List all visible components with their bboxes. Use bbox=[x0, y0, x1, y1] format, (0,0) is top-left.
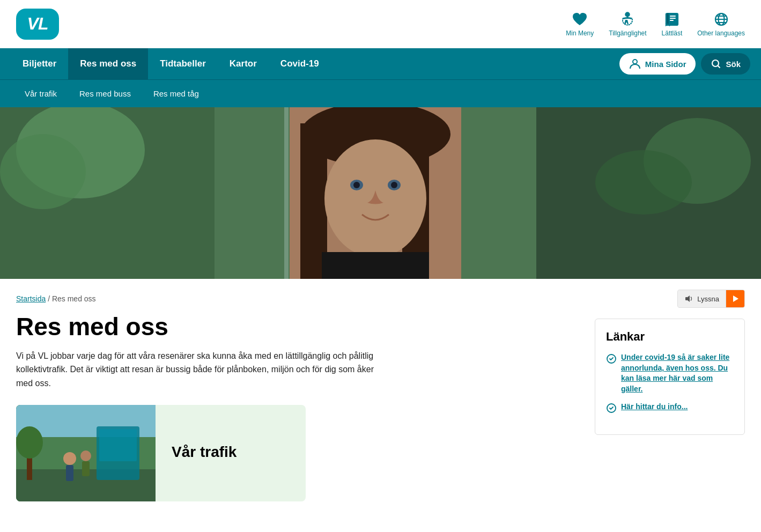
cards-area: Vår trafik bbox=[16, 405, 573, 501]
main-nav: Biljetter Res med oss Tidtabeller Kartor… bbox=[0, 48, 761, 79]
main-content: Res med oss Vi på VL jobbar varje dag fö… bbox=[16, 313, 573, 501]
content-area: Res med oss Vi på VL jobbar varje dag fö… bbox=[0, 313, 761, 518]
nav-biljetter[interactable]: Biljetter bbox=[11, 48, 68, 79]
page-description: Vi på VL jobbar varje dag för att våra r… bbox=[16, 349, 391, 390]
tillganglighet-button[interactable]: Tillgänglighet bbox=[609, 11, 646, 37]
hero-svg bbox=[0, 107, 761, 279]
sidebar-link-text-2: Här hittar du info... bbox=[621, 402, 688, 412]
tillganglighet-label: Tillgänglighet bbox=[609, 29, 646, 37]
min-meny-button[interactable]: Min Meny bbox=[566, 11, 594, 37]
svg-point-5 bbox=[633, 60, 637, 64]
min-meny-label: Min Meny bbox=[566, 29, 594, 37]
sidebar-links-title: Länkar bbox=[606, 330, 734, 344]
mina-sidor-label: Mina Sidor bbox=[645, 60, 686, 69]
listen-btn-left: Lyssna bbox=[678, 290, 726, 307]
top-bar: VL Min Meny Tillgänglighet bbox=[0, 0, 761, 48]
nav-right: Mina Sidor Sök bbox=[619, 53, 750, 75]
book-icon bbox=[664, 11, 680, 27]
listen-label: Lyssna bbox=[697, 295, 719, 303]
card-img-svg bbox=[16, 405, 156, 501]
search-label: Sök bbox=[726, 60, 741, 69]
sidebar-link-text-1: Under covid-19 så är saker lite annorlun… bbox=[621, 352, 734, 394]
logo-text: VL bbox=[27, 14, 48, 34]
subnav-var-trafik[interactable]: Vår trafik bbox=[16, 80, 65, 108]
sub-nav: Vår trafik Res med buss Res med tåg bbox=[0, 79, 761, 107]
svg-point-40 bbox=[80, 450, 91, 461]
speaker-icon bbox=[684, 294, 694, 304]
sidebar: Länkar Under covid-19 så är saker lite a… bbox=[595, 313, 745, 501]
listen-button[interactable]: Lyssna bbox=[677, 290, 745, 308]
svg-rect-41 bbox=[82, 461, 90, 476]
card-text-area: Vår trafik bbox=[156, 405, 306, 501]
nav-tidtabeller[interactable]: Tidtabeller bbox=[148, 48, 218, 79]
heart-icon bbox=[572, 11, 588, 27]
sidebar-link-1[interactable]: Under covid-19 så är saker lite annorlun… bbox=[606, 352, 734, 394]
search-button[interactable]: Sök bbox=[701, 53, 750, 75]
top-icons: Min Meny Tillgänglighet Lättläst bbox=[566, 11, 745, 37]
svg-rect-37 bbox=[99, 429, 137, 461]
sidebar-links-box: Länkar Under covid-19 så är saker lite a… bbox=[595, 319, 745, 435]
main-nav-items: Biljetter Res med oss Tidtabeller Kartor… bbox=[11, 48, 619, 79]
mina-sidor-button[interactable]: Mina Sidor bbox=[619, 53, 696, 75]
play-icon bbox=[732, 295, 739, 302]
sidebar-link-2[interactable]: Här hittar du info... bbox=[606, 402, 734, 416]
link-icon-1 bbox=[606, 353, 617, 367]
breadcrumb: Startsida / Res med oss bbox=[16, 294, 96, 303]
subnav-res-med-tag[interactable]: Res med tåg bbox=[145, 80, 208, 108]
breadcrumb-separator: / bbox=[48, 294, 52, 303]
breadcrumb-area: Startsida / Res med oss Lyssna bbox=[0, 279, 761, 313]
logo[interactable]: VL bbox=[16, 9, 59, 40]
link-icon-2 bbox=[606, 403, 617, 416]
svg-rect-27 bbox=[0, 107, 761, 279]
breadcrumb-home[interactable]: Startsida bbox=[16, 294, 46, 303]
lattlast-button[interactable]: Lättläst bbox=[662, 11, 683, 37]
search-icon bbox=[711, 58, 721, 69]
lattlast-label: Lättläst bbox=[662, 29, 683, 37]
card-title: Vår trafik bbox=[172, 444, 290, 461]
page-title: Res med oss bbox=[16, 313, 573, 341]
other-languages-label: Other languages bbox=[697, 29, 745, 37]
svg-rect-28 bbox=[685, 297, 688, 300]
svg-point-6 bbox=[712, 60, 719, 66]
nav-kartor[interactable]: Kartor bbox=[218, 48, 269, 79]
nav-covid[interactable]: Covid-19 bbox=[269, 48, 331, 79]
accessibility-icon bbox=[619, 11, 636, 27]
person-icon bbox=[629, 58, 641, 70]
svg-point-35 bbox=[16, 426, 43, 459]
svg-point-38 bbox=[63, 452, 76, 465]
svg-rect-39 bbox=[66, 465, 73, 481]
subnav-res-med-buss[interactable]: Res med buss bbox=[71, 80, 139, 108]
nav-res-med-oss[interactable]: Res med oss bbox=[68, 48, 148, 79]
globe-icon bbox=[713, 11, 729, 27]
listen-play-button[interactable] bbox=[726, 290, 744, 307]
svg-marker-29 bbox=[733, 295, 738, 302]
breadcrumb-current: Res med oss bbox=[52, 294, 96, 303]
hero-image bbox=[0, 107, 761, 279]
card-image bbox=[16, 405, 156, 501]
logo-wrap[interactable]: VL bbox=[16, 9, 59, 40]
other-languages-button[interactable]: Other languages bbox=[697, 11, 745, 37]
